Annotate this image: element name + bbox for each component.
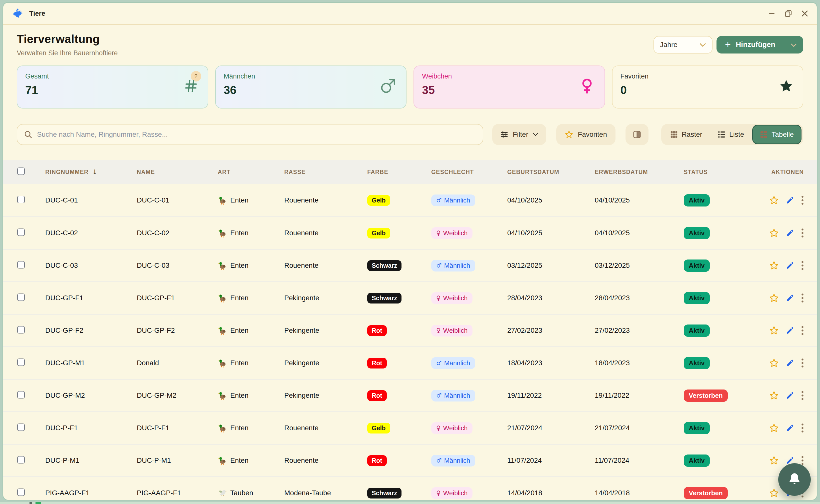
cell-ringnummer: DUC-P-F1 — [45, 424, 137, 432]
search-box[interactable] — [17, 124, 483, 145]
add-dropdown-chevron-icon[interactable] — [784, 40, 803, 49]
favorite-star-icon[interactable] — [769, 391, 779, 400]
cell-ringnummer: DUC-GP-F1 — [45, 294, 137, 302]
cell-ringnummer: DUC-P-M1 — [45, 457, 137, 465]
row-checkbox[interactable] — [17, 261, 25, 269]
view-raster[interactable]: Raster — [664, 126, 709, 143]
duck-icon — [218, 261, 227, 270]
row-menu-icon[interactable] — [801, 358, 804, 368]
add-button[interactable]: + Hinzufügen — [717, 36, 803, 53]
favorite-star-icon[interactable] — [769, 195, 779, 205]
favorite-star-icon[interactable] — [769, 261, 779, 270]
desktop: Tiere Tierverwaltung Verwalten Sie Ihre … — [0, 0, 820, 504]
row-checkbox[interactable] — [17, 359, 25, 366]
cell-ringnummer: DUC-GP-M2 — [45, 391, 137, 399]
row-menu-icon[interactable] — [801, 228, 804, 238]
row-checkbox[interactable] — [17, 293, 25, 301]
column-header-geschlecht[interactable]: GESCHLECHT — [431, 169, 507, 175]
cell-status: Aktiv — [684, 325, 754, 337]
row-checkbox[interactable] — [17, 229, 25, 236]
edit-pencil-icon[interactable] — [786, 359, 794, 367]
favorite-star-icon[interactable] — [769, 228, 779, 238]
column-header-name[interactable]: NAME — [137, 169, 218, 175]
column-header-art[interactable]: ART — [218, 169, 284, 175]
filter-button[interactable]: Filter — [492, 124, 546, 145]
row-menu-icon[interactable] — [801, 423, 804, 433]
cell-aktionen — [754, 293, 817, 303]
toolbar: Filter Favoriten RasterListeTabelle — [17, 124, 803, 145]
column-header-ringnummer[interactable]: RINGNUMMER↓ — [45, 168, 137, 176]
cell-aktionen — [754, 358, 817, 368]
column-header-status[interactable]: STATUS — [684, 169, 754, 175]
duck-icon — [218, 326, 227, 335]
row-menu-icon[interactable] — [801, 326, 804, 335]
row-checkbox[interactable] — [17, 326, 25, 333]
stat-card-favoriten: Favoriten0 — [612, 65, 803, 109]
gender-symbol-icon: ♂ — [436, 359, 442, 367]
edit-pencil-icon[interactable] — [786, 229, 794, 237]
cell-geburtsdatum: 28/04/2023 — [507, 294, 595, 302]
minimize-button[interactable] — [764, 6, 779, 21]
column-header-rasse[interactable]: RASSE — [284, 169, 367, 175]
cell-farbe: Rot — [367, 358, 431, 369]
edit-pencil-icon[interactable] — [786, 261, 794, 270]
row-menu-icon[interactable] — [801, 293, 804, 303]
favorite-star-icon[interactable] — [769, 358, 779, 368]
edit-pencil-icon[interactable] — [786, 196, 794, 205]
cell-farbe: Schwarz — [367, 488, 431, 499]
row-checkbox[interactable] — [17, 423, 25, 431]
animals-table: RINGNUMMER↓ NAME ART RASSE FARBE GESCHLE… — [3, 160, 817, 501]
cell-farbe: Gelb — [367, 423, 431, 433]
edit-pencil-icon[interactable] — [786, 424, 794, 432]
period-select[interactable]: Jahre — [653, 36, 713, 53]
row-menu-icon[interactable] — [801, 391, 804, 400]
cell-status: Verstorben — [684, 389, 754, 402]
favorite-star-icon[interactable] — [769, 293, 779, 303]
view-liste[interactable]: Liste — [711, 126, 751, 143]
cell-ringnummer: DUC-GP-F2 — [45, 327, 137, 335]
grid-icon — [670, 131, 678, 138]
edit-pencil-icon[interactable] — [786, 326, 794, 335]
app-logo-bird-icon — [12, 8, 24, 19]
close-button[interactable] — [797, 6, 812, 21]
row-checkbox[interactable] — [17, 456, 25, 463]
columns-button[interactable] — [625, 124, 649, 145]
table-row: PIG-AAGP-F1PIG-AAGP-F1TaubenModena-Taube… — [3, 477, 817, 501]
cell-farbe: Schwarz — [367, 260, 431, 271]
row-checkbox[interactable] — [17, 489, 25, 496]
stats-cards: Gesamt71?Männchen36Weibchen35Favoriten0 — [17, 65, 803, 109]
column-header-farbe[interactable]: FARBE — [367, 169, 431, 175]
favorite-star-icon[interactable] — [769, 326, 779, 335]
columns-icon — [633, 131, 641, 139]
row-checkbox[interactable] — [17, 391, 25, 399]
view-tabelle-active[interactable]: Tabelle — [753, 125, 801, 143]
page-header: Tierverwaltung Verwalten Sie Ihre Bauern… — [3, 25, 817, 57]
row-checkbox[interactable] — [17, 196, 25, 203]
stat-value: 71 — [25, 83, 200, 97]
row-menu-icon[interactable] — [801, 261, 804, 270]
restore-button[interactable] — [781, 6, 796, 21]
cell-rasse: Rouenente — [284, 196, 367, 204]
column-header-erwerbsdatum[interactable]: ERWERBSDATUM — [595, 169, 684, 175]
color-badge: Gelb — [367, 228, 390, 239]
row-menu-icon[interactable] — [801, 456, 804, 465]
cell-farbe: Rot — [367, 325, 431, 336]
cell-name: DUC-C-03 — [137, 261, 218, 269]
search-input[interactable] — [37, 131, 476, 139]
favorite-star-icon[interactable] — [769, 423, 779, 433]
status-badge: Aktiv — [684, 292, 710, 304]
notifications-fab[interactable] — [778, 463, 811, 496]
favorite-star-icon[interactable] — [769, 456, 779, 465]
edit-pencil-icon[interactable] — [786, 391, 794, 400]
column-header-geburtsdatum[interactable]: GEBURTSDATUM — [507, 169, 595, 175]
select-all-checkbox[interactable] — [17, 167, 25, 175]
edit-pencil-icon[interactable] — [786, 294, 794, 302]
cell-geburtsdatum: 04/10/2025 — [507, 196, 595, 204]
row-menu-icon[interactable] — [801, 195, 804, 205]
cell-status: Aktiv — [684, 259, 754, 272]
favorite-star-icon[interactable] — [769, 488, 779, 498]
gender-symbol-icon: ♂ — [436, 197, 442, 204]
favorites-button[interactable]: Favoriten — [556, 124, 615, 145]
gender-symbol-icon: ♀ — [436, 295, 441, 301]
cell-aktionen — [754, 195, 817, 205]
